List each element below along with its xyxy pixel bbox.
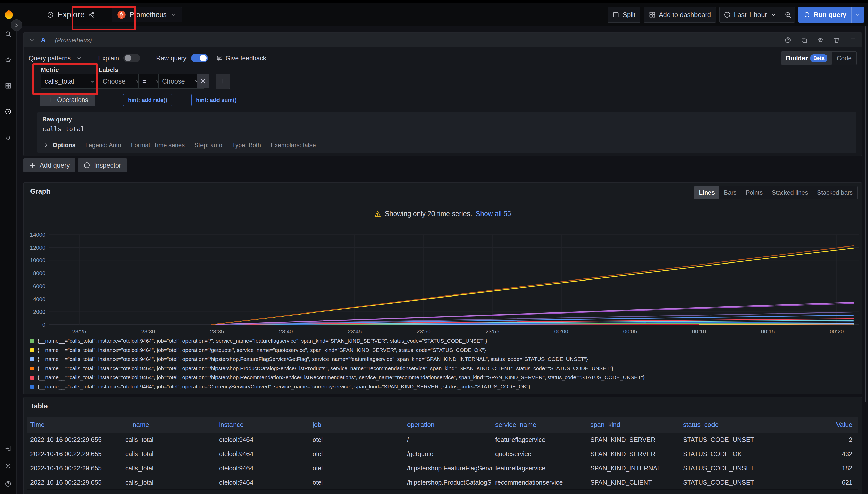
remove-label-filter-button[interactable] — [197, 74, 209, 88]
query-help-icon[interactable] — [784, 37, 792, 44]
svg-text:23:40: 23:40 — [279, 328, 293, 335]
refresh-icon — [803, 11, 811, 18]
inspector-button[interactable]: Inspector — [78, 158, 127, 172]
query-hint-button[interactable]: hint: add rate() — [123, 94, 172, 106]
graph-mode-points[interactable]: Points — [741, 186, 767, 199]
chevron-down-icon — [89, 78, 96, 85]
table-cell: otel — [309, 490, 404, 494]
column-header-operation[interactable]: operation — [404, 417, 492, 433]
column-header-name[interactable]: __name__ — [122, 417, 216, 433]
sidebar-item-dashboards[interactable] — [4, 82, 12, 89]
label-key-select[interactable]: Choose — [99, 74, 145, 89]
share-icon[interactable] — [88, 11, 95, 18]
legend-color-marker — [30, 366, 34, 370]
table-cell: quoteservice — [492, 447, 587, 461]
column-header-time[interactable]: Time — [27, 417, 122, 433]
table-cell: otelcol:9464 — [216, 475, 309, 489]
query-hint-button[interactable]: hint: add sum() — [191, 94, 241, 106]
chevron-down-icon[interactable] — [29, 37, 36, 44]
add-to-dashboard-button[interactable]: Add to dashboard — [644, 7, 716, 23]
time-range-group: Last 1 hour — [719, 7, 795, 23]
operations-button[interactable]: Operations — [40, 94, 95, 106]
table-cell: recommendationservice — [492, 475, 587, 489]
column-header-job[interactable]: job — [309, 417, 404, 433]
chevron-down-icon — [770, 11, 777, 18]
legend-series-label: {__name__="calls_total", instance="otelc… — [38, 356, 588, 362]
add-label-filter-button[interactable] — [216, 74, 230, 89]
sidebar-item-alerting[interactable] — [4, 134, 12, 141]
graph-mode-bars[interactable]: Bars — [719, 186, 741, 199]
query-patterns-dropdown[interactable]: Query patterns — [29, 55, 71, 62]
option-summary-item: Step: auto — [194, 141, 222, 149]
graph-mode-stacked-bars[interactable]: Stacked bars — [813, 186, 857, 199]
sidebar-item-help[interactable] — [4, 480, 12, 488]
time-series-chart[interactable]: 0200040006000800010000120001400023:2523:… — [24, 228, 862, 340]
table-cell: 621 — [774, 475, 858, 489]
sidebar-item-search[interactable] — [4, 31, 12, 38]
legend-item[interactable]: {__name__="calls_total", instance="otelc… — [30, 336, 856, 345]
metric-select[interactable]: calls_total — [41, 74, 100, 89]
explain-toggle[interactable] — [124, 54, 140, 62]
graph-mode-lines[interactable]: Lines — [694, 186, 719, 199]
legend-item[interactable]: {__name__="calls_total", instance="otelc… — [30, 364, 856, 373]
graph-mode-stacked-lines[interactable]: Stacked lines — [767, 186, 813, 199]
legend-item-partial[interactable]: {__name__="calls_total", instance="otelc… — [30, 391, 856, 394]
legend-color-marker — [30, 357, 34, 361]
split-button[interactable]: Split — [608, 7, 640, 23]
drag-handle-icon[interactable] — [849, 37, 856, 44]
svg-text:0: 0 — [42, 322, 46, 328]
datasource-picker[interactable]: Prometheus — [112, 7, 182, 22]
raw-query-toggle[interactable] — [191, 54, 208, 62]
table-cell: /hipstershop.ProductCatalogS... — [404, 475, 492, 489]
table-cell: calls_total — [122, 447, 216, 461]
column-header-value[interactable]: Value — [774, 417, 858, 433]
give-feedback-link[interactable]: Give feedback — [216, 55, 266, 62]
svg-text:23:50: 23:50 — [416, 328, 431, 335]
table-cell: STATUS_CODE_UNSET — [680, 490, 774, 494]
sidebar-expand-button[interactable] — [11, 19, 22, 31]
delete-query-icon[interactable] — [833, 37, 840, 44]
copy-query-icon[interactable] — [801, 37, 808, 44]
show-all-series-link[interactable]: Show all 55 — [476, 210, 511, 218]
plus-icon — [219, 78, 227, 85]
table-cell: STATUS_CODE_UNSET — [680, 433, 774, 446]
table-cell: /hipstershop.Recommendation... — [404, 490, 492, 494]
grafana-logo[interactable] — [3, 8, 15, 21]
table-cell: 2022-10-16 00:22:29.655 — [27, 433, 122, 446]
column-header-servicename[interactable]: service_name — [492, 417, 587, 433]
table-row: 2022-10-16 00:22:29.655calls_totalotelco… — [27, 461, 858, 475]
svg-text:23:55: 23:55 — [485, 328, 499, 335]
legend-series-label: {__name__="calls_total", instance="otelc… — [38, 338, 487, 344]
options-expander[interactable]: Options — [42, 141, 76, 149]
plus-icon — [29, 162, 36, 169]
column-header-spankind[interactable]: span_kind — [587, 417, 680, 433]
table-cell: /getquote — [404, 447, 492, 461]
legend-item[interactable]: {__name__="calls_total", instance="otelc… — [30, 345, 856, 355]
time-range-picker[interactable]: Last 1 hour — [720, 7, 781, 22]
code-mode-tab[interactable]: Code — [832, 52, 856, 65]
svg-text:23:25: 23:25 — [72, 328, 86, 335]
legend-item[interactable]: {__name__="calls_total", instance="otelc… — [30, 373, 856, 382]
query-row-header[interactable]: A (Prometheus) — [24, 33, 862, 48]
table-cell: calls_total — [122, 475, 216, 489]
run-query-button[interactable]: Run query — [798, 7, 864, 23]
add-query-button[interactable]: Add query — [23, 158, 75, 172]
hide-query-icon[interactable] — [817, 37, 824, 44]
sidebar-item-starred[interactable] — [4, 56, 12, 63]
sidebar-item-configuration[interactable] — [4, 462, 12, 470]
zoom-out-time-button[interactable] — [781, 7, 795, 22]
column-header-instance[interactable]: instance — [216, 417, 309, 433]
chevron-down-icon — [854, 11, 862, 18]
table-cell: SPAN_KIND_INTERNAL — [587, 461, 680, 475]
table-row: 2022-10-16 00:22:29.655calls_totalotelco… — [27, 447, 858, 461]
legend-item[interactable]: {__name__="calls_total", instance="otelc… — [30, 355, 856, 364]
run-query-dropdown[interactable] — [851, 7, 864, 23]
legend-item[interactable]: {__name__="calls_total", instance="otelc… — [30, 382, 856, 391]
builder-mode-tab[interactable]: Builder Beta — [781, 52, 832, 65]
svg-text:23:45: 23:45 — [348, 328, 362, 335]
column-header-statuscode[interactable]: status_code — [680, 417, 774, 433]
sidebar-item-sign-in[interactable] — [4, 445, 12, 452]
sidebar-item-explore[interactable] — [4, 108, 12, 115]
page-scrollbar[interactable] — [865, 26, 866, 402]
option-summary-item: Type: Both — [232, 141, 261, 149]
